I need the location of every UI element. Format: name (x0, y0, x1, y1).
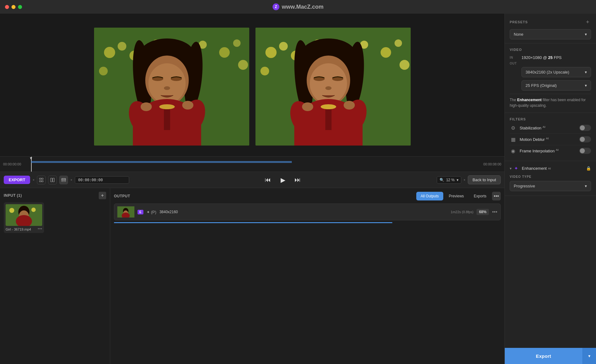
tab-exports[interactable]: Exports (469, 192, 491, 200)
svg-point-28 (141, 102, 152, 111)
enhancement-name: Enhancement (522, 166, 547, 171)
video-out-res-chevron-icon: ▾ (585, 70, 587, 74)
preset-dropdown[interactable]: None ▾ (510, 29, 591, 39)
lock-icon: 🔒 (586, 166, 591, 171)
output-row-item[interactable]: E ✦ (P) 3840x2160 1m22s (0.8fps) 68% ••• (114, 204, 501, 220)
enhancement-chevron-icon[interactable]: ▾ (510, 166, 512, 171)
presets-section: PRESETS + None ▾ (505, 14, 596, 43)
video-type-dropdown[interactable]: Progressive ▾ (510, 181, 591, 191)
video-in-row: IN 1920×1080 @ 25 FPS (510, 55, 591, 60)
filter-frame-interpolation-row: ◉ Frame Interpolation AI (510, 145, 591, 156)
svg-point-59 (344, 101, 355, 110)
add-input-button[interactable]: + (99, 192, 106, 199)
minimize-button[interactable] (11, 5, 16, 9)
playback-controls: ⏮ ▶ ⏭ (263, 175, 303, 185)
output-resolution: 3840x2160 (160, 210, 448, 214)
enhancement-star-icon: ✦ (514, 165, 518, 171)
video-in-label: IN (510, 56, 518, 59)
timecode-input[interactable]: 00:00:00:00 (75, 176, 129, 184)
video-out-label: OUT (510, 62, 518, 65)
side-by-side-button[interactable] (59, 176, 68, 184)
enhancement-ai-badge: AI (548, 167, 551, 170)
zoom-level: 12 % (446, 178, 454, 182)
timeline-area[interactable]: 00:00:00:00 00:00:08:00 (0, 156, 504, 172)
export-button[interactable]: EXPORT (4, 176, 30, 184)
video-section: VIDEO IN 1920×1080 @ 25 FPS OUT 3840x216… (505, 43, 596, 113)
export-bar: Export ▾ (505, 348, 596, 364)
filters-title: FILTERS (510, 117, 591, 121)
stabilization-icon: ⚙ (510, 125, 517, 131)
stabilization-toggle[interactable] (579, 125, 591, 131)
controls-bar: EXPORT • (0, 172, 504, 188)
stabilization-ai-badge: AI (543, 125, 545, 128)
video-type-label: VIDEO TYPE (510, 175, 591, 178)
export-bar-button[interactable]: Export (505, 348, 582, 364)
preset-selected-value: None (514, 32, 523, 37)
maximize-button[interactable] (18, 5, 22, 9)
video-out-fps-dropdown[interactable]: 25 FPS (Original) ▾ (522, 80, 591, 91)
timeline-start-time: 00:00:00:00 (3, 162, 21, 166)
output-panel-title: OUTPUT (114, 194, 130, 198)
timeline-cursor[interactable] (31, 157, 32, 172)
svg-point-48 (310, 63, 347, 104)
enhancement-bold: Enhancement (517, 98, 542, 102)
output-more-options-button[interactable]: ••• (492, 192, 501, 200)
zoom-chevron-icon: ▾ (457, 178, 458, 182)
output-header: OUTPUT All Outputs Previews Exports ••• (114, 192, 501, 200)
output-icons: ✦ (P) (147, 210, 156, 214)
export-bar-chevron-button[interactable]: ▾ (582, 348, 596, 364)
step-back-button[interactable]: ⏮ (263, 175, 273, 185)
output-row-more-button[interactable]: ••• (492, 209, 497, 215)
motion-deblur-icon: ▦ (510, 137, 517, 142)
video-in-out: IN 1920×1080 @ 25 FPS OUT 3840x2160 (2x … (510, 55, 591, 91)
video-out-res-dropdown[interactable]: 3840x2160 (2x Upscale) ▾ (522, 67, 591, 77)
video-out-fps-chevron-icon: ▾ (585, 83, 587, 88)
svg-point-51 (325, 86, 332, 90)
step-forward-button[interactable]: ⏭ (293, 175, 303, 185)
output-percent: 68% (476, 209, 489, 215)
input-panel: INPUT (1) + (0, 188, 110, 364)
svg-point-58 (302, 102, 313, 111)
timeline-ruler[interactable]: 00:00:00:00 00:00:08:00 (0, 157, 504, 172)
presets-header: PRESETS + (510, 19, 591, 25)
motion-deblur-label: Motion Deblur AI (520, 137, 576, 142)
thumbnail-image (6, 204, 42, 226)
back-to-input-button[interactable]: Back to Input (468, 175, 501, 184)
fit-view-button[interactable] (37, 176, 46, 184)
split-view-button[interactable] (48, 176, 57, 184)
video-in-value: 1920×1080 @ 25 FPS (522, 55, 591, 60)
thumbnail-more-icon[interactable]: ••• (38, 226, 42, 231)
enhancement-section: ▾ ✦ Enhancement AI 🔒 VIDEO TYPE Progress… (505, 161, 596, 196)
frame-interpolation-icon: ◉ (510, 148, 517, 154)
output-thumb-svg (117, 206, 134, 218)
sidebar: PRESETS + None ▾ VIDEO IN 1920×1080 @ 25… (504, 14, 596, 364)
zoom-control[interactable]: 🔍 12 % ▾ (437, 176, 461, 184)
thumbnail-svg (6, 204, 42, 226)
output-tabs: All Outputs Previews Exports ••• (416, 192, 501, 200)
svg-rect-60 (39, 178, 41, 179)
sidebar-spacer (505, 196, 596, 348)
output-video-svg (255, 28, 411, 146)
output-video-frame (255, 28, 411, 146)
zoom-icon: 🔍 (440, 178, 444, 182)
titlebar-title-group: Z www.MacZ.com (273, 3, 323, 10)
svg-point-18 (148, 63, 186, 104)
timeline-end-time: 00:00:08:00 (483, 162, 501, 166)
video-section-title: VIDEO (510, 48, 591, 52)
tab-previews[interactable]: Previews (445, 192, 468, 200)
video-in-fps: 25 (548, 55, 553, 60)
export-chevron-down-icon: ▾ (588, 353, 590, 358)
input-panel-header: INPUT (1) + (4, 192, 106, 199)
play-button[interactable]: ▶ (278, 175, 288, 185)
tab-all-outputs[interactable]: All Outputs (416, 192, 443, 200)
titlebar-controls (5, 5, 22, 9)
input-thumbnail-item[interactable]: Girl - 36719.mp4 ••• (4, 202, 44, 233)
fit-view-icon (39, 178, 43, 182)
stabilization-label: Stabilization AI (520, 125, 576, 130)
side-by-side-icon (61, 178, 66, 182)
frame-interpolation-toggle[interactable] (579, 148, 591, 154)
split-view-icon (50, 178, 55, 182)
add-preset-button[interactable]: + (584, 19, 591, 25)
close-button[interactable] (5, 5, 9, 9)
motion-deblur-toggle[interactable] (579, 136, 591, 142)
